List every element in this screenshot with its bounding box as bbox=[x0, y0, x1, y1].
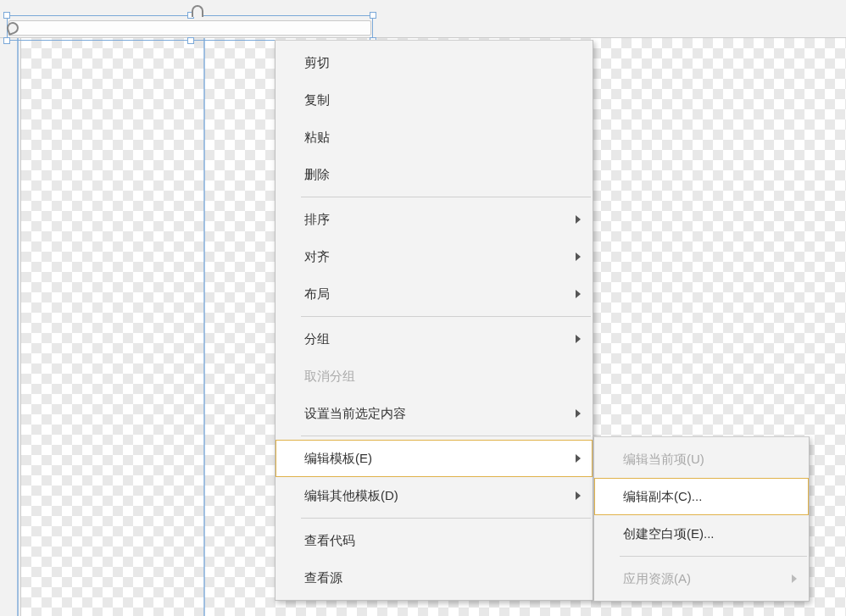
menu-cut[interactable]: 剪切 bbox=[276, 44, 593, 81]
menu-delete[interactable]: 删除 bbox=[276, 156, 593, 193]
selection-outline bbox=[7, 15, 373, 41]
submenu-edit-template: 编辑当前项(U) 编辑副本(C)... 创建空白项(E)... 应用资源(A) bbox=[593, 436, 810, 602]
context-menu: 剪切 复制 粘贴 删除 排序 对齐 布局 分组 取消分组 设置当前选定内容 编辑… bbox=[275, 40, 593, 601]
menu-sort-label: 排序 bbox=[304, 212, 330, 226]
chevron-right-icon bbox=[576, 409, 581, 418]
menu-view-source[interactable]: 查看源 bbox=[276, 559, 593, 597]
menu-separator bbox=[301, 436, 591, 436]
chevron-right-icon bbox=[576, 290, 581, 298]
submenu-edit-current: 编辑当前项(U) bbox=[594, 441, 809, 478]
chevron-right-icon bbox=[576, 215, 581, 224]
chevron-right-icon bbox=[792, 574, 797, 583]
menu-edit-template[interactable]: 编辑模板(E) bbox=[276, 440, 593, 477]
submenu-apply-resource-label: 应用资源(A) bbox=[623, 571, 691, 585]
margin-handle-icon[interactable] bbox=[192, 5, 203, 17]
menu-layout[interactable]: 布局 bbox=[276, 275, 593, 313]
menu-sort[interactable]: 排序 bbox=[276, 201, 593, 238]
resize-handle-sw[interactable] bbox=[3, 37, 10, 44]
menu-align[interactable]: 对齐 bbox=[276, 238, 593, 275]
menu-ungroup: 取消分组 bbox=[276, 358, 593, 395]
chevron-right-icon bbox=[576, 454, 581, 463]
chevron-right-icon bbox=[576, 491, 581, 500]
menu-group[interactable]: 分组 bbox=[276, 320, 593, 358]
chevron-right-icon bbox=[576, 335, 581, 343]
menu-edit-other-templates[interactable]: 编辑其他模板(D) bbox=[276, 477, 593, 514]
chevron-right-icon bbox=[576, 253, 581, 261]
menu-separator bbox=[301, 316, 591, 317]
menu-copy[interactable]: 复制 bbox=[276, 81, 593, 119]
resize-handle-nw[interactable] bbox=[3, 12, 10, 19]
menu-edit-template-label: 编辑模板(E) bbox=[304, 451, 372, 465]
submenu-create-empty[interactable]: 创建空白项(E)... bbox=[594, 515, 809, 552]
menu-set-selection[interactable]: 设置当前选定内容 bbox=[276, 395, 593, 432]
menu-align-label: 对齐 bbox=[304, 249, 330, 264]
menu-group-label: 分组 bbox=[304, 331, 330, 346]
menu-layout-label: 布局 bbox=[304, 286, 330, 301]
resize-handle-s[interactable] bbox=[187, 37, 194, 44]
submenu-edit-copy[interactable]: 编辑副本(C)... bbox=[594, 478, 809, 515]
menu-view-code[interactable]: 查看代码 bbox=[276, 522, 593, 559]
menu-set-selection-label: 设置当前选定内容 bbox=[304, 406, 406, 420]
submenu-apply-resource: 应用资源(A) bbox=[594, 560, 809, 597]
resize-handle-ne[interactable] bbox=[370, 12, 376, 19]
adorner-guide-line bbox=[203, 38, 205, 616]
menu-paste[interactable]: 粘贴 bbox=[276, 119, 593, 156]
menu-separator bbox=[301, 197, 591, 197]
menu-edit-other-templates-label: 编辑其他模板(D) bbox=[304, 488, 398, 502]
menu-separator bbox=[301, 518, 591, 519]
menu-separator bbox=[620, 556, 807, 557]
adorner-left-line bbox=[17, 38, 19, 616]
